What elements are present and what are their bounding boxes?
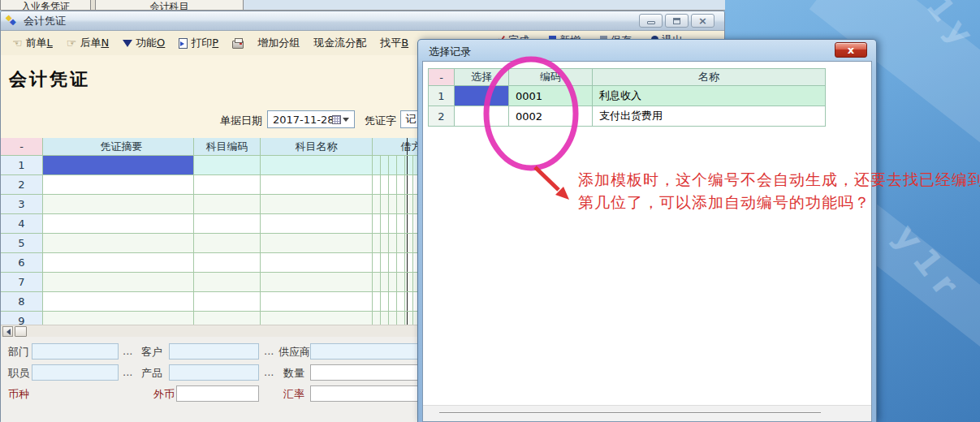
minimize-button[interactable] [639, 14, 663, 28]
summary-cell[interactable] [43, 175, 194, 195]
header-index: - [428, 68, 455, 86]
code-cell[interactable] [194, 214, 261, 234]
row-number: 1 [1, 156, 43, 175]
tab-account-subjects[interactable]: 会计科目 [95, 0, 244, 11]
printer-icon [232, 41, 244, 49]
name-cell[interactable] [261, 253, 373, 273]
summary-cell[interactable] [43, 234, 194, 253]
name-cell[interactable] [261, 214, 373, 234]
name-cell[interactable] [261, 292, 373, 312]
next-voucher-button[interactable]: ☞ 后单N [67, 36, 109, 50]
staff-browse[interactable]: ... [123, 366, 132, 378]
product-browse[interactable]: ... [264, 366, 274, 378]
product-label: 产品 [141, 366, 162, 381]
supplier-input[interactable] [310, 343, 418, 360]
close-icon: × [698, 15, 707, 26]
name-cell[interactable]: 利息收入 [593, 86, 826, 106]
name-cell[interactable]: 支付出货费用 [593, 106, 826, 127]
code-cell[interactable] [194, 175, 261, 195]
tab-business-voucher[interactable]: 入业务凭证 [0, 0, 91, 11]
header-select: 选择 [455, 68, 509, 86]
functions-button[interactable]: 功能O [123, 34, 165, 52]
row-number: 2 [428, 106, 455, 127]
date-input[interactable]: 2017-11-28 [267, 110, 355, 128]
printer-button[interactable] [232, 38, 244, 49]
select-cell-selected[interactable] [455, 86, 509, 106]
dept-browse[interactable]: ... [123, 345, 132, 357]
name-cell[interactable] [261, 234, 373, 253]
title-bar[interactable]: ◆◆ 会计凭证 × [1, 11, 724, 31]
summary-cell-selected[interactable] [43, 156, 194, 175]
select-cell[interactable] [455, 106, 509, 127]
row-number: 5 [1, 234, 43, 253]
exchange-rate-input[interactable] [310, 385, 418, 402]
supplier-label: 供应商 [278, 345, 310, 360]
code-cell[interactable] [194, 253, 261, 273]
wallpaper-watermark: y1r [886, 217, 971, 310]
scroll-left-button[interactable] [2, 326, 13, 337]
dialog-close-button[interactable]: x [835, 42, 867, 58]
dept-input[interactable] [32, 343, 119, 360]
dialog-body: - 选择 编码 名称 1 0001 利息收入 2 0002 支付出货费用 [422, 61, 872, 422]
record-table: - 选择 编码 名称 1 0001 利息收入 2 0002 支付出货费用 [428, 68, 826, 127]
name-cell[interactable] [261, 175, 373, 195]
name-cell[interactable] [261, 273, 373, 292]
row-number: 6 [1, 253, 43, 273]
desktop: n1y y1r 入业务凭证 会计科目 ◆◆ 会计凭证 × ☜ 前单L ☞ 后单N [0, 0, 980, 422]
code-cell[interactable] [194, 273, 261, 292]
row-number: 3 [1, 195, 43, 214]
foreign-currency-input[interactable] [176, 385, 259, 402]
balance-button[interactable]: 找平B [380, 36, 408, 50]
down-arrow-icon [123, 40, 132, 52]
summary-cell[interactable] [43, 214, 194, 234]
summary-cell[interactable] [43, 273, 194, 292]
print-page-icon [179, 38, 188, 49]
print-button[interactable]: 打印P [179, 36, 218, 50]
chevron-down-icon [343, 118, 349, 125]
header-subject-code: 科目编码 [194, 138, 261, 156]
summary-cell[interactable] [43, 195, 194, 214]
arrow-left-icon [3, 329, 11, 335]
calendar-dropdown[interactable] [332, 114, 352, 125]
product-input[interactable] [169, 364, 259, 381]
cashflow-allocation-button[interactable]: 现金流分配 [313, 36, 366, 50]
restore-button[interactable] [665, 14, 689, 28]
hand-right-icon: ☞ [67, 37, 77, 49]
customer-browse[interactable]: ... [264, 345, 274, 357]
hand-left-icon: ☜ [12, 37, 23, 49]
currency-label: 币种 [8, 387, 29, 402]
window-title: 会计凭证 [24, 14, 66, 28]
code-cell[interactable]: 0001 [509, 86, 593, 106]
staff-input[interactable] [32, 364, 119, 381]
summary-cell[interactable] [43, 253, 194, 273]
prev-voucher-button[interactable]: ☜ 前单L [12, 36, 53, 50]
code-cell[interactable] [194, 156, 261, 175]
close-button[interactable]: × [691, 14, 714, 28]
code-cell[interactable] [194, 234, 261, 253]
customer-label: 客户 [141, 345, 162, 360]
record-row[interactable]: 2 0002 支付出货费用 [428, 106, 826, 127]
name-cell[interactable] [261, 195, 373, 214]
quantity-input[interactable] [310, 364, 418, 381]
name-cell[interactable] [261, 156, 373, 175]
dept-label: 部门 [8, 345, 29, 360]
add-group-button[interactable]: 增加分组 [257, 36, 300, 50]
row-number: 7 [1, 273, 43, 292]
header-summary: 凭证摘要 [43, 138, 194, 156]
header-code: 编码 [509, 68, 593, 86]
restore-icon [673, 18, 680, 24]
voucher-word-label: 凭证字 [365, 114, 396, 128]
customer-input[interactable] [169, 343, 259, 360]
code-cell[interactable] [194, 292, 261, 312]
row-number: 8 [1, 292, 43, 312]
summary-cell[interactable] [43, 292, 194, 312]
wallpaper-watermark: n1y [900, 0, 980, 58]
header-index: - [1, 138, 43, 156]
header-name: 名称 [593, 68, 826, 86]
record-row[interactable]: 1 0001 利息收入 [428, 86, 826, 106]
code-cell[interactable]: 0002 [509, 106, 593, 127]
dialog-title: 选择记录 [429, 45, 471, 59]
scrollbar-thumb[interactable] [15, 326, 27, 337]
code-cell[interactable] [194, 195, 261, 214]
staff-label: 职员 [8, 366, 29, 381]
